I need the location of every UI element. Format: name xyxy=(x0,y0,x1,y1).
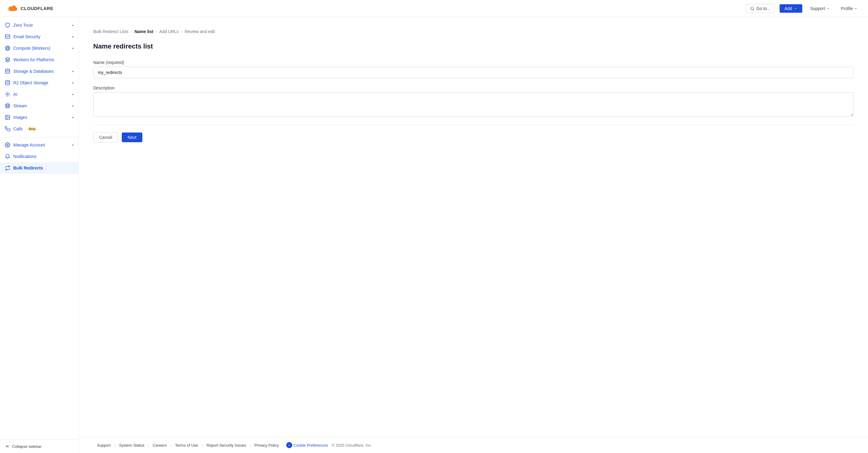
collapse-sidebar-button[interactable]: Collapse sidebar xyxy=(0,440,79,453)
header-actions: Go to... Add Support Profile xyxy=(746,4,861,13)
footer-link-support[interactable]: Support xyxy=(97,443,111,448)
sidebar-item-email-security[interactable]: Email Security ▾ xyxy=(0,31,79,43)
sidebar-item-workers-platforms[interactable]: Workers for Platforms xyxy=(0,54,79,65)
cookie-preferences-label[interactable]: Cookie Preferences xyxy=(293,443,328,448)
sidebar-label-r2-storage: R2 Object Storage xyxy=(13,80,48,85)
svg-point-19 xyxy=(5,69,10,70)
profile-chevron-icon xyxy=(854,7,858,10)
goto-label: Go to... xyxy=(756,6,770,11)
footer-link-system-status[interactable]: System Status xyxy=(119,443,145,448)
layout: Zero Trust ▾ Email Security ▾ Compute (W… xyxy=(0,17,868,453)
svg-point-21 xyxy=(7,94,8,95)
images-icon xyxy=(5,115,10,120)
next-button[interactable]: Next xyxy=(122,133,143,142)
chevron-compute-icon: ▾ xyxy=(72,47,73,50)
form-actions: Cancel Next xyxy=(93,132,854,142)
support-label: Support xyxy=(810,6,825,11)
logo-text: CLOUDFLARE xyxy=(21,6,53,11)
footer-sep-2: | xyxy=(148,443,149,448)
mail-icon xyxy=(5,34,10,39)
sidebar-label-email-security: Email Security xyxy=(13,34,40,39)
sidebar-item-calls[interactable]: Calls Beta xyxy=(0,123,79,135)
breadcrumb-name-list: Name list xyxy=(134,29,153,34)
breadcrumb-sep-2: › xyxy=(156,29,157,34)
svg-line-6 xyxy=(753,9,754,10)
sidebar-label-images: Images xyxy=(13,115,27,120)
sidebar-label-bulk-redirects: Bulk Redirects xyxy=(13,166,43,170)
svg-point-23 xyxy=(7,105,8,107)
sidebar-item-bulk-redirects[interactable]: Bulk Redirects xyxy=(0,162,79,174)
chevron-stream-icon: ▾ xyxy=(72,104,73,108)
svg-point-5 xyxy=(751,7,753,9)
sidebar-item-manage-account[interactable]: Manage Account ▾ xyxy=(0,137,79,151)
profile-label: Profile xyxy=(841,6,853,11)
sidebar: Zero Trust ▾ Email Security ▾ Compute (W… xyxy=(0,17,79,453)
collapse-icon xyxy=(5,444,10,449)
svg-point-20 xyxy=(5,81,10,82)
footer: Support | System Status | Careers | Term… xyxy=(79,437,868,453)
sidebar-label-stream: Stream xyxy=(13,104,27,108)
description-label: Description xyxy=(93,85,854,90)
svg-rect-4 xyxy=(8,9,17,10)
goto-button[interactable]: Go to... xyxy=(746,4,775,13)
sidebar-item-storage-databases[interactable]: Storage & Databases ▾ xyxy=(0,65,79,77)
content-area: Bulk Redirect Lists › Name list › Add UR… xyxy=(79,17,868,437)
search-icon xyxy=(750,6,754,10)
support-button[interactable]: Support xyxy=(807,4,833,13)
breadcrumb-sep-1: › xyxy=(131,29,132,34)
sidebar-label-ai: AI xyxy=(13,92,17,97)
footer-copyright: © 2025 Cloudflare, Inc. xyxy=(332,443,372,448)
sidebar-item-compute-workers[interactable]: Compute (Workers) ▾ xyxy=(0,43,79,54)
svg-rect-7 xyxy=(5,35,10,38)
chevron-zero-trust-icon: ▾ xyxy=(72,24,73,27)
svg-rect-8 xyxy=(6,47,9,50)
sidebar-label-compute-workers: Compute (Workers) xyxy=(13,46,50,51)
shield-icon xyxy=(5,23,10,28)
sidebar-label-notifications: Notifications xyxy=(13,154,36,159)
main-content: Bulk Redirect Lists › Name list › Add UR… xyxy=(79,17,868,453)
cookie-preferences-button[interactable]: ✓ Cookie Preferences xyxy=(286,442,328,448)
database-icon xyxy=(5,68,10,74)
page-title: Name redirects list xyxy=(93,43,854,50)
svg-point-25 xyxy=(6,116,7,117)
sidebar-item-ai[interactable]: AI ▾ xyxy=(0,88,79,100)
profile-button[interactable]: Profile xyxy=(838,4,861,13)
sidebar-nav: Zero Trust ▾ Email Security ▾ Compute (W… xyxy=(0,17,79,440)
bell-icon xyxy=(5,154,10,159)
sidebar-item-stream[interactable]: Stream ▾ xyxy=(0,100,79,112)
chevron-ai-icon: ▾ xyxy=(72,93,73,96)
breadcrumb-bulk-redirect-lists[interactable]: Bulk Redirect Lists xyxy=(93,29,128,34)
sidebar-item-notifications[interactable]: Notifications xyxy=(0,151,79,162)
sidebar-label-workers-platforms: Workers for Platforms xyxy=(13,57,54,62)
footer-link-careers[interactable]: Careers xyxy=(153,443,166,448)
svg-marker-18 xyxy=(5,58,10,60)
footer-sep-1: | xyxy=(115,443,115,448)
sidebar-item-zero-trust[interactable]: Zero Trust ▾ xyxy=(0,20,79,31)
header: CLOUDFLARE Go to... Add Support Profile xyxy=(0,0,868,17)
chevron-manage-icon: ▾ xyxy=(72,143,73,147)
cookie-icon: ✓ xyxy=(286,442,292,448)
breadcrumb-add-urls: Add URLs xyxy=(159,29,179,34)
sidebar-item-images[interactable]: Images ▾ xyxy=(0,112,79,123)
cancel-button[interactable]: Cancel xyxy=(93,132,118,142)
footer-link-report-security[interactable]: Report Security Issues xyxy=(207,443,246,448)
stream-icon xyxy=(5,103,10,109)
name-label: Name (required) xyxy=(93,60,854,65)
name-input[interactable] xyxy=(93,67,854,78)
add-label: Add xyxy=(784,6,792,11)
settings-icon xyxy=(5,142,10,148)
redirect-icon xyxy=(5,165,10,171)
cpu-icon xyxy=(5,46,10,51)
sidebar-item-r2-storage[interactable]: R2 Object Storage ▾ xyxy=(0,77,79,88)
footer-link-privacy[interactable]: Privacy Policy xyxy=(254,443,279,448)
footer-link-terms[interactable]: Terms of Use xyxy=(175,443,198,448)
name-field-group: Name (required) xyxy=(93,60,854,78)
description-field-group: Description xyxy=(93,85,854,117)
breadcrumb-sep-3: › xyxy=(181,29,182,34)
footer-sep-3: | xyxy=(170,443,171,448)
logo[interactable]: CLOUDFLARE xyxy=(7,3,53,14)
svg-rect-9 xyxy=(7,47,8,49)
description-input[interactable] xyxy=(93,92,854,116)
add-button[interactable]: Add xyxy=(780,4,802,13)
sidebar-label-calls: Calls xyxy=(13,126,23,131)
